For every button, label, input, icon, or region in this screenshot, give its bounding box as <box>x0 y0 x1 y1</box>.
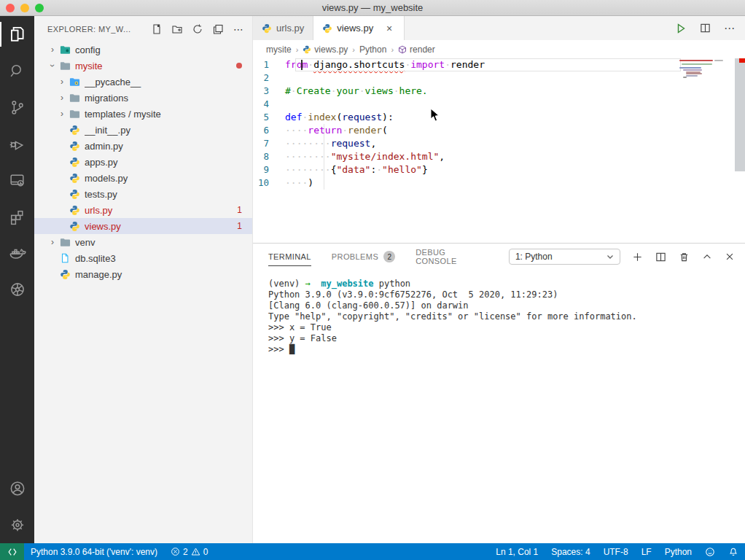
tree-item-urls-py[interactable]: urls.py1 <box>34 202 252 218</box>
code-line-8[interactable]: 8········"mysite/index.html", <box>253 150 745 163</box>
chevron-icon[interactable]: › <box>47 44 58 55</box>
feedback-icon[interactable] <box>698 543 722 560</box>
mouse-cursor <box>430 108 440 122</box>
terminal-line: >>> x = True <box>268 322 730 333</box>
run-python-file-icon[interactable] <box>675 23 687 34</box>
python-interpreter-status[interactable]: Python 3.9.0 64-bit ('venv': venv) <box>24 543 164 560</box>
extensions-icon[interactable] <box>0 198 34 235</box>
chevron-icon[interactable]: › <box>57 77 67 87</box>
code-editor[interactable]: 1from·django.shortcuts·import·render23#·… <box>253 58 745 243</box>
remote-indicator[interactable] <box>0 543 24 560</box>
code-line-5[interactable]: 5def·index(request): <box>253 111 745 124</box>
status-utf-8[interactable]: UTF-8 <box>597 543 635 560</box>
tree-item-tests-py[interactable]: tests.py <box>34 186 252 202</box>
source-control-icon[interactable] <box>0 89 34 125</box>
refresh-icon[interactable] <box>191 23 204 36</box>
kubernetes-icon[interactable] <box>0 271 34 308</box>
settings-gear-icon[interactable] <box>0 507 34 543</box>
editor-scrollbar[interactable] <box>735 58 745 171</box>
tab-views-py[interactable]: views.py × <box>313 16 405 40</box>
breadcrumb-item[interactable]: mysite <box>266 44 292 55</box>
tab-debug-console[interactable]: DEBUG CONSOLE <box>416 244 488 270</box>
tab-terminal[interactable]: TERMINAL <box>268 244 311 270</box>
zoom-window-button[interactable] <box>35 4 44 12</box>
code-line-1[interactable]: 1from·django.shortcuts·import·render <box>253 58 745 71</box>
folder-config-icon <box>59 44 71 55</box>
status-ln[interactable]: Ln 1, Col 1 <box>489 543 545 560</box>
close-window-button[interactable] <box>6 4 15 12</box>
split-terminal-icon[interactable] <box>655 252 666 262</box>
docker-icon[interactable] <box>0 235 34 271</box>
code-line-6[interactable]: 6····return·render( <box>253 124 745 137</box>
chevron-icon[interactable]: › <box>57 109 67 119</box>
problems-status[interactable]: 2 0 <box>164 543 214 560</box>
minimap-line <box>686 75 698 77</box>
minimize-window-button[interactable] <box>20 4 29 12</box>
run-debug-icon[interactable] <box>0 125 34 162</box>
python-icon <box>69 156 80 168</box>
minimap-line <box>714 60 723 61</box>
files-icon[interactable] <box>0 16 34 52</box>
tree-item-mysite[interactable]: ›mysite <box>34 58 252 74</box>
code-line-10[interactable]: 10····) <box>253 176 745 190</box>
bell-icon[interactable] <box>722 543 745 560</box>
new-file-icon[interactable] <box>150 23 163 36</box>
tab-problems[interactable]: PROBLEMS2 <box>332 244 395 270</box>
minimap[interactable] <box>679 60 725 89</box>
folder-icon <box>59 236 71 248</box>
tree-item-label: mysite <box>75 61 236 71</box>
tree-item-migrations[interactable]: ›migrations <box>34 90 252 106</box>
close-tab-icon[interactable]: × <box>383 23 395 34</box>
minimap-line <box>679 67 701 69</box>
tree-item-label: views.py <box>85 221 237 232</box>
tree-item-manage-py[interactable]: manage.py <box>34 266 252 282</box>
tree-item-admin-py[interactable]: admin.py <box>34 138 252 154</box>
tree-item-label: tests.py <box>85 189 252 200</box>
chevron-icon[interactable]: › <box>57 93 67 103</box>
python-icon <box>69 124 80 136</box>
tree-item-db-sqlite3[interactable]: db.sqlite3 <box>34 250 252 266</box>
chevron-icon[interactable]: › <box>47 61 58 71</box>
new-terminal-icon[interactable] <box>632 252 643 262</box>
tree-item-templates-mysite[interactable]: ›templates / mysite <box>34 106 252 122</box>
maximize-panel-icon[interactable] <box>702 252 712 262</box>
terminal-output[interactable]: (venv) → my_website pythonPython 3.9.0 (… <box>268 279 730 526</box>
tree-item--init-py[interactable]: __init__.py <box>34 122 252 138</box>
chevron-down-icon <box>606 253 614 260</box>
terminal-select[interactable]: 1: Python <box>509 249 620 265</box>
chevron-icon[interactable]: › <box>47 237 58 247</box>
tree-item-views-py[interactable]: views.py1 <box>34 218 252 234</box>
status-lf[interactable]: LF <box>635 543 658 560</box>
tree-item-config[interactable]: ›config <box>34 42 252 58</box>
tab-label: urls.py <box>276 23 304 34</box>
more-actions-icon[interactable]: ⋯ <box>232 23 245 36</box>
tab-urls-py[interactable]: urls.py <box>253 16 313 40</box>
tree-item-label: urls.py <box>85 205 237 216</box>
code-line-9[interactable]: 9········{"data":·"hello"} <box>253 163 745 176</box>
code-text: ········"mysite/index.html", <box>285 150 745 163</box>
account-icon[interactable] <box>0 470 34 507</box>
tree-item-apps-py[interactable]: apps.py <box>34 154 252 170</box>
kill-terminal-icon[interactable] <box>679 252 690 262</box>
search-icon[interactable] <box>0 52 34 89</box>
tree-item--pycache-[interactable]: ›__pycache__ <box>34 74 252 90</box>
new-folder-icon[interactable] <box>171 23 184 36</box>
code-line-4[interactable]: 4 <box>253 98 745 111</box>
breadcrumb-item[interactable]: views.py <box>303 44 348 55</box>
collapse-all-icon[interactable] <box>211 23 225 36</box>
status-python[interactable]: Python <box>658 543 698 560</box>
remote-explorer-icon[interactable] <box>0 162 34 198</box>
problem-count-badge: 1 <box>237 205 242 215</box>
tree-item-venv[interactable]: ›venv <box>34 234 252 250</box>
code-line-3[interactable]: 3#·Create·your·views·here. <box>253 85 745 98</box>
code-line-2[interactable]: 2 <box>253 71 745 85</box>
tree-item-models-py[interactable]: models.py <box>34 170 252 186</box>
close-panel-icon[interactable] <box>725 252 735 262</box>
code-line-7[interactable]: 7········request, <box>253 137 745 150</box>
breadcrumb-item[interactable]: render <box>398 44 435 55</box>
editor-more-actions-icon[interactable]: ⋯ <box>724 22 735 35</box>
split-editor-icon[interactable] <box>700 23 711 34</box>
python-icon <box>59 268 71 280</box>
status-spaces[interactable]: Spaces: 4 <box>545 543 596 560</box>
breadcrumb-item[interactable]: Python <box>359 44 386 55</box>
